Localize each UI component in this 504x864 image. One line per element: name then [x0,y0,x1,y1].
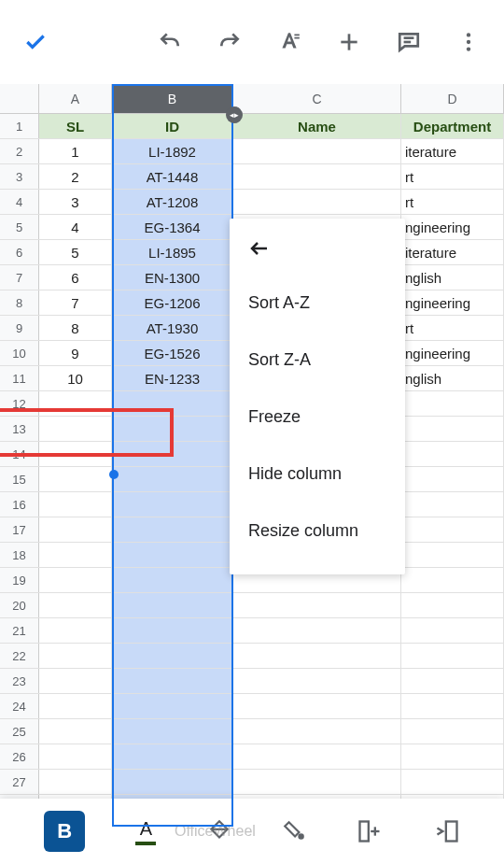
redo-button[interactable] [217,30,242,54]
cell[interactable] [39,467,112,491]
more-button[interactable] [456,30,481,54]
row-header[interactable]: 14 [0,442,39,466]
cell[interactable] [112,391,233,416]
cell[interactable] [401,442,504,466]
cell-id[interactable]: LI-1895 [112,240,233,264]
cell[interactable] [112,644,233,668]
cell[interactable] [112,517,233,542]
column-resize-handle[interactable]: ◂▸ [226,106,243,123]
menu-resize-column[interactable]: Resize column [230,503,405,559]
menu-sort-za[interactable]: Sort Z-A [230,332,405,389]
cell[interactable] [401,644,504,668]
bold-button[interactable]: B [44,811,85,852]
cell-dept[interactable]: rt [401,316,504,340]
cell[interactable] [233,770,401,794]
cell-id[interactable]: EN-1233 [112,366,233,390]
row-header[interactable]: 27 [0,770,39,794]
cell-sl[interactable]: 8 [39,316,112,340]
cell[interactable] [39,417,112,441]
row-header[interactable]: 10 [0,341,39,365]
cell-dept[interactable]: iterature [401,240,504,264]
cell[interactable] [401,694,504,718]
cell[interactable] [112,568,233,592]
cell[interactable] [112,719,233,744]
row-header[interactable]: 1 [0,114,39,138]
cell-sl[interactable]: 4 [39,215,112,239]
cell[interactable] [401,517,504,542]
row-header[interactable]: 22 [0,644,39,668]
row-header[interactable]: 11 [0,366,39,390]
cell[interactable] [401,770,504,794]
cell[interactable] [39,644,112,668]
cell[interactable] [112,593,233,617]
cell-id[interactable]: AT-1448 [112,164,233,189]
row-header[interactable]: 20 [0,593,39,617]
cell[interactable] [401,417,504,441]
cell[interactable] [233,694,401,718]
row-header[interactable]: 5 [0,215,39,239]
row-header[interactable]: 15 [0,467,39,491]
header-department[interactable]: Department [401,114,504,138]
add-button[interactable] [337,30,361,54]
insert-column-button[interactable] [357,818,383,844]
cell-sl[interactable]: 6 [39,265,112,290]
cell[interactable] [401,467,504,491]
cell-name[interactable] [233,139,401,163]
cell[interactable] [39,543,112,567]
cell[interactable] [39,719,112,744]
cell[interactable] [401,543,504,567]
cell[interactable] [401,391,504,416]
cell-id[interactable]: EN-1300 [112,265,233,290]
cell-sl[interactable]: 5 [39,240,112,264]
cell-fill-button[interactable] [282,819,306,843]
cell[interactable] [39,593,112,617]
cell[interactable] [112,442,233,466]
row-header[interactable]: 18 [0,543,39,567]
row-header[interactable]: 21 [0,618,39,643]
cell[interactable] [233,719,401,744]
cell-id[interactable]: AT-1208 [112,190,233,214]
comment-button[interactable] [397,30,421,54]
cell[interactable] [233,618,401,643]
cell[interactable] [112,543,233,567]
cell[interactable] [112,770,233,794]
cell-id[interactable]: AT-1930 [112,316,233,340]
cell[interactable] [401,719,504,744]
text-color-button[interactable]: A [135,818,156,845]
row-header[interactable]: 7 [0,265,39,290]
cell[interactable] [112,669,233,693]
cell[interactable] [39,517,112,542]
cell[interactable] [112,744,233,769]
cell[interactable] [233,593,401,617]
cell[interactable] [39,770,112,794]
cell-id[interactable]: LI-1892 [112,139,233,163]
cell-sl[interactable]: 10 [39,366,112,390]
menu-hide-column[interactable]: Hide column [230,446,405,503]
header-name[interactable]: Name [233,114,401,138]
cell[interactable] [39,744,112,769]
cell[interactable] [112,492,233,517]
cell[interactable] [39,694,112,718]
row-header[interactable]: 26 [0,744,39,769]
cell-name[interactable] [233,164,401,189]
undo-button[interactable] [158,30,182,54]
corner-cell[interactable] [0,84,39,113]
cell[interactable] [233,669,401,693]
header-sl[interactable]: SL [39,114,112,138]
cell-sl[interactable]: 3 [39,190,112,214]
cell[interactable] [112,417,233,441]
cell[interactable] [233,644,401,668]
menu-freeze[interactable]: Freeze [230,389,405,446]
text-format-button[interactable] [277,30,301,54]
row-header[interactable]: 13 [0,417,39,441]
cell[interactable] [39,442,112,466]
cell[interactable] [401,618,504,643]
cell-dept[interactable]: nglish [401,265,504,290]
cell-sl[interactable]: 9 [39,341,112,365]
cell[interactable] [39,568,112,592]
cell[interactable] [39,618,112,643]
row-header[interactable]: 24 [0,694,39,718]
cell[interactable] [39,391,112,416]
row-header[interactable]: 19 [0,568,39,592]
cell[interactable] [112,467,233,491]
